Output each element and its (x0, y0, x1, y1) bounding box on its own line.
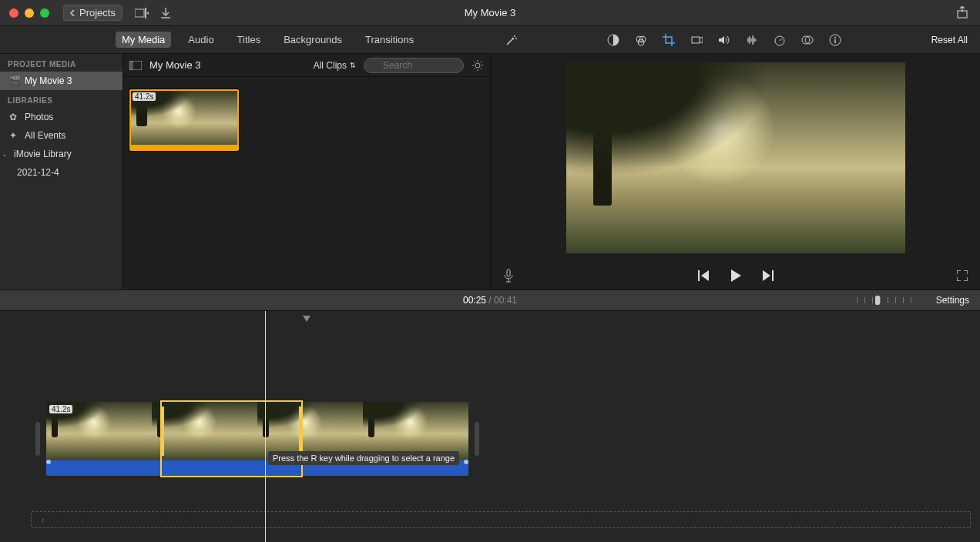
timecode-display: 00:25 / 00:41 (463, 295, 517, 306)
stabilization-icon[interactable] (690, 35, 703, 45)
svg-rect-15 (129, 61, 133, 70)
svg-rect-7 (692, 37, 700, 43)
sidebar-event-label: 2021-12-4 (17, 167, 59, 178)
timeline-status-bar: 00:25 / 00:41 Settings (0, 289, 980, 311)
tab-titles[interactable]: Titles (231, 32, 267, 48)
browser-body: 41.2s (123, 77, 490, 289)
info-icon[interactable] (829, 34, 841, 46)
clip-trim-handle-right[interactable] (475, 422, 479, 456)
range-tooltip: Press the R key while dragging to select… (268, 451, 459, 465)
clip-trim-handle-left[interactable] (35, 422, 40, 456)
projects-back-button[interactable]: Projects (63, 5, 123, 21)
enhance-wand-icon[interactable] (505, 34, 518, 46)
sidebar-item-project[interactable]: 🎬 My Movie 3 (0, 72, 123, 90)
color-correction-icon[interactable] (635, 34, 647, 46)
share-icon[interactable] (957, 6, 968, 18)
adjustments-toolbar: Reset All (493, 26, 980, 54)
time-separator: / (486, 295, 494, 306)
sidebar-item-photos[interactable]: ✿ Photos (0, 108, 123, 126)
window-title: My Movie 3 (465, 7, 515, 18)
sidebar-photos-label: Photos (25, 112, 53, 122)
clips-filter-label: All Clips (314, 60, 347, 71)
media-browser: My Movie 3 All Clips ⇅ 🔍 41.2s (123, 54, 491, 289)
import-media-icon[interactable] (135, 8, 149, 18)
viewer-controls (491, 262, 980, 289)
star-icon: ✦ (9, 130, 17, 141)
titlebar: Projects My Movie 3 (0, 0, 980, 26)
color-balance-icon[interactable] (607, 34, 619, 46)
svg-rect-18 (698, 270, 700, 281)
search-input[interactable] (364, 58, 464, 73)
tab-backgrounds[interactable]: Backgrounds (277, 32, 348, 48)
download-icon[interactable] (161, 8, 170, 18)
background-music-well[interactable]: ♪ (31, 511, 971, 528)
sidebar-toggle-icon[interactable] (129, 61, 142, 70)
clip-audio-strip (131, 145, 237, 149)
speed-icon[interactable] (774, 34, 786, 46)
viewer-canvas (491, 54, 980, 262)
fullscreen-icon[interactable] (957, 270, 968, 281)
clip-duration-badge: 41.2s (133, 92, 156, 101)
playhead[interactable] (265, 311, 266, 542)
projects-back-label: Projects (79, 7, 116, 18)
fullscreen-window-button[interactable] (40, 8, 49, 18)
music-note-icon: ♪ (41, 515, 45, 524)
next-frame-button[interactable] (761, 270, 774, 281)
tab-my-media[interactable]: My Media (116, 32, 171, 48)
svg-point-12 (834, 37, 836, 38)
photos-flower-icon: ✿ (9, 112, 17, 122)
voiceover-mic-icon[interactable] (503, 269, 514, 283)
clips-filter-dropdown[interactable]: All Clips ⇅ (314, 60, 356, 71)
svg-rect-19 (772, 270, 774, 281)
crop-icon[interactable] (663, 34, 675, 46)
volume-icon[interactable] (718, 35, 730, 45)
svg-point-16 (475, 63, 480, 68)
play-button[interactable] (729, 269, 743, 283)
main-area: PROJECT MEDIA 🎬 My Movie 3 LIBRARIES ✿ P… (0, 54, 980, 289)
sidebar-all-events-label: All Events (25, 130, 65, 141)
close-window-button[interactable] (9, 8, 18, 18)
tab-transitions[interactable]: Transitions (359, 32, 420, 48)
dropdown-arrows-icon: ⇅ (350, 62, 356, 69)
noise-reduction-icon[interactable] (746, 35, 758, 45)
svg-rect-17 (507, 269, 510, 276)
tab-audio[interactable]: Audio (182, 32, 220, 48)
svg-rect-13 (835, 39, 836, 43)
timeline-clip-duration-badge: 41.2s (49, 405, 72, 413)
timeline-settings-button[interactable]: Settings (936, 295, 969, 306)
sidebar-item-imovie-library[interactable]: ⌄ iMovie Library (0, 145, 123, 163)
total-time: 00:41 (494, 295, 517, 306)
prev-frame-button[interactable] (698, 270, 710, 281)
current-time: 00:25 (463, 295, 486, 306)
window-controls (0, 8, 49, 18)
zoom-slider[interactable] (857, 296, 918, 305)
libraries-heading: LIBRARIES (0, 90, 123, 108)
range-marker-icon[interactable] (303, 316, 310, 322)
chevron-down-icon[interactable]: ⌄ (2, 150, 8, 158)
video-preview[interactable] (566, 62, 905, 253)
media-clip-thumbnail[interactable]: 41.2s (129, 89, 239, 151)
viewer-panel (491, 54, 980, 289)
browser-toolbar: My Movie 3 All Clips ⇅ 🔍 (123, 54, 490, 77)
timeline[interactable]: 41.2s Press the R key while dragging to … (0, 311, 980, 542)
sidebar-project-label: My Movie 3 (25, 75, 72, 86)
reset-all-button[interactable]: Reset All (931, 35, 968, 45)
browser-title: My Movie 3 (149, 59, 306, 71)
project-media-heading: PROJECT MEDIA (0, 54, 123, 72)
svg-rect-0 (135, 9, 144, 17)
clip-filter-icon[interactable] (801, 34, 814, 46)
sidebar-item-all-events[interactable]: ✦ All Events (0, 126, 123, 145)
minimize-window-button[interactable] (25, 8, 34, 18)
zoom-knob[interactable] (875, 296, 880, 305)
svg-rect-1 (145, 8, 146, 18)
sidebar-item-event[interactable]: 2021-12-4 (0, 163, 123, 182)
sidebar-imovie-library-label: iMovie Library (14, 149, 72, 159)
library-sidebar: PROJECT MEDIA 🎬 My Movie 3 LIBRARIES ✿ P… (0, 54, 123, 289)
gear-icon[interactable] (472, 59, 484, 72)
clapperboard-icon: 🎬 (9, 75, 21, 86)
